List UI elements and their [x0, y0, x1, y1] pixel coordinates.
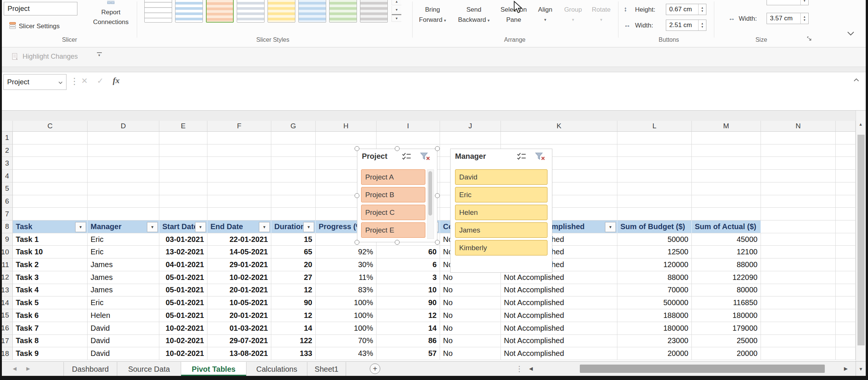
- cell-N11[interactable]: [761, 258, 836, 271]
- cell-partial10[interactable]: [836, 246, 856, 258]
- cell-D9[interactable]: Eric: [88, 233, 159, 246]
- cell-M2[interactable]: [692, 144, 761, 157]
- cell-G16[interactable]: 14: [271, 322, 316, 335]
- cell-L5[interactable]: [617, 182, 692, 195]
- row-header-8[interactable]: 8: [0, 220, 13, 233]
- gallery-scroll-up-icon[interactable]: ▴: [392, 0, 401, 5]
- cell-G14[interactable]: 90: [271, 296, 316, 309]
- cell-M13[interactable]: 80000: [692, 284, 761, 297]
- selection-handle[interactable]: [435, 146, 440, 151]
- cell-K16[interactable]: Not Accomplished: [501, 322, 617, 335]
- cell-N6[interactable]: [761, 195, 836, 208]
- cell-L1[interactable]: [617, 132, 692, 144]
- cell-M3[interactable]: [692, 157, 761, 170]
- cell-H18[interactable]: 43%: [316, 347, 377, 360]
- cell-M6[interactable]: [692, 195, 761, 208]
- table-header-Sum of Budget ($)[interactable]: Sum of Budget ($): [617, 220, 692, 233]
- column-header-C[interactable]: C: [13, 121, 88, 132]
- cell-partial6[interactable]: [836, 195, 856, 208]
- cell-F13[interactable]: 20-01-2021: [207, 284, 271, 297]
- cell-H10[interactable]: 92%: [316, 246, 377, 258]
- cell-F16[interactable]: 01-03-2021: [207, 322, 271, 335]
- cell-G18[interactable]: 133: [271, 347, 316, 360]
- name-box-chevron-icon[interactable]: [58, 78, 63, 86]
- column-header-J[interactable]: J: [440, 121, 501, 132]
- cell-C13[interactable]: Task 4: [13, 284, 88, 297]
- cell-K15[interactable]: Not Accomplished: [501, 309, 617, 322]
- collapse-formula-bar-icon[interactable]: [853, 77, 860, 84]
- cell-F9[interactable]: 22-01-2021: [207, 233, 271, 246]
- cell-K12[interactable]: Not Accomplished: [501, 271, 617, 284]
- cell-L6[interactable]: [617, 195, 692, 208]
- slicer-style-orange[interactable]: [206, 0, 234, 23]
- cell-N1[interactable]: [761, 132, 836, 144]
- column-header-E[interactable]: E: [159, 121, 207, 132]
- selection-handle[interactable]: [355, 240, 360, 245]
- size-dialog-launcher-icon[interactable]: [806, 36, 812, 43]
- cell-K1[interactable]: [501, 132, 617, 144]
- spinner-down-icon[interactable]: ▾: [702, 25, 703, 29]
- cell-C1[interactable]: [13, 132, 88, 144]
- sheet-tab-source-data[interactable]: Source Data: [117, 362, 181, 376]
- cell-C17[interactable]: Task 8: [13, 335, 88, 348]
- select-all-corner[interactable]: [0, 121, 13, 132]
- cell-C11[interactable]: Task 2: [13, 258, 88, 271]
- cell-J13[interactable]: No: [440, 284, 501, 297]
- formula-input[interactable]: [130, 74, 844, 109]
- cell-E11[interactable]: 04-01-2021: [159, 258, 207, 271]
- slicer-style-green[interactable]: [329, 0, 357, 23]
- row-header-16[interactable]: 16: [0, 322, 13, 335]
- cell-I10[interactable]: 60: [377, 246, 440, 258]
- selection-handle[interactable]: [355, 193, 360, 198]
- cell-G3[interactable]: [271, 157, 316, 170]
- slicer-caption-input[interactable]: Project: [4, 2, 77, 15]
- row-header-2[interactable]: 2: [0, 144, 13, 157]
- cell-D14[interactable]: Eric: [88, 296, 159, 309]
- table-header-Sum of Actual ($)[interactable]: Sum of Actual ($): [692, 220, 761, 233]
- insert-function-icon[interactable]: fx: [113, 76, 119, 85]
- cell-F11[interactable]: 29-01-2021: [207, 258, 271, 271]
- cell-L18[interactable]: 20000: [617, 347, 692, 360]
- cell-F17[interactable]: 29-07-2021: [207, 335, 271, 348]
- cell-I15[interactable]: 12: [377, 309, 440, 322]
- column-header-H[interactable]: H: [316, 121, 377, 132]
- cell-H11[interactable]: 30%: [316, 258, 377, 271]
- cell-I18[interactable]: 57: [377, 347, 440, 360]
- selection-handle[interactable]: [395, 146, 400, 151]
- cell-N9[interactable]: [761, 233, 836, 246]
- slicer-style-blue[interactable]: [298, 0, 326, 23]
- cell-L9[interactable]: 50000: [617, 233, 692, 246]
- row-header-11[interactable]: 11: [0, 258, 13, 271]
- vertical-scrollbar-thumb[interactable]: [857, 135, 865, 345]
- size-height-spinner[interactable]: ▴▾: [800, 0, 808, 5]
- row-header-7[interactable]: 7: [0, 208, 13, 220]
- cell-N3[interactable]: [761, 157, 836, 170]
- multi-select-icon[interactable]: [517, 152, 528, 162]
- cell-C3[interactable]: [13, 157, 88, 170]
- cell-partial4[interactable]: [836, 170, 856, 182]
- sheet-tab-pivot-tables[interactable]: Pivot Tables: [181, 362, 246, 376]
- cell-H13[interactable]: 83%: [316, 284, 377, 297]
- cell-E6[interactable]: [159, 195, 207, 208]
- row-header-3[interactable]: 3: [0, 157, 13, 170]
- slicer-item-James[interactable]: James: [455, 222, 547, 238]
- cell-E16[interactable]: 10-02-2021: [159, 322, 207, 335]
- cell-C6[interactable]: [13, 195, 88, 208]
- cell-D2[interactable]: [88, 144, 159, 157]
- tab-scroll-right-icon[interactable]: ▶: [26, 366, 30, 371]
- name-box[interactable]: Project: [3, 74, 67, 90]
- vertical-scrollbar[interactable]: ▲: [856, 111, 866, 361]
- cell-N18[interactable]: [761, 347, 836, 360]
- cell-partial5[interactable]: [836, 182, 856, 195]
- cell-E14[interactable]: 05-01-2021: [159, 296, 207, 309]
- cell-D10[interactable]: Eric: [88, 246, 159, 258]
- cell-partial14[interactable]: [836, 296, 856, 309]
- slicer-item-Project E[interactable]: Project E: [361, 222, 425, 238]
- row-header-14[interactable]: 14: [0, 296, 13, 309]
- cell-E2[interactable]: [159, 144, 207, 157]
- cell-N4[interactable]: [761, 170, 836, 182]
- column-header-M[interactable]: M: [692, 121, 761, 132]
- cell-C18[interactable]: Task 9: [13, 347, 88, 360]
- column-header-F[interactable]: F: [207, 121, 271, 132]
- slicer-style-light-blue[interactable]: [175, 0, 203, 23]
